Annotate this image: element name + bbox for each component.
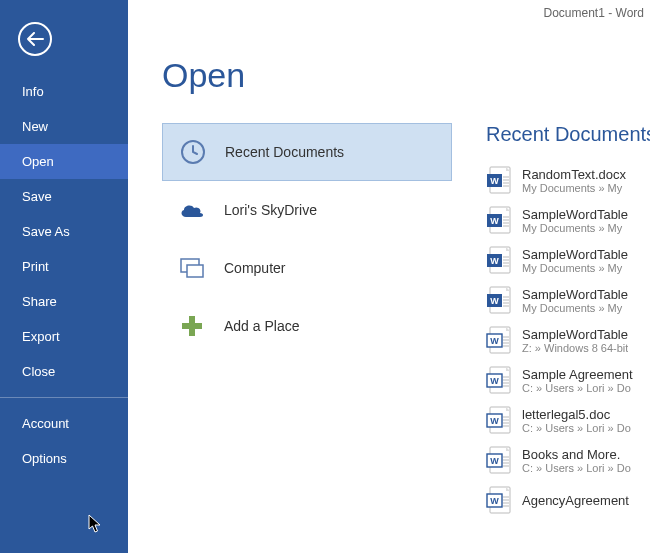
svg-text:W: W [490, 296, 499, 306]
word-document-icon: W [486, 285, 512, 315]
svg-text:W: W [490, 376, 499, 386]
recent-document-item[interactable]: WSampleWordTableZ: » Windows 8 64-bit [486, 320, 650, 360]
recent-document-item[interactable]: WSampleWordTableMy Documents » My [486, 240, 650, 280]
svg-text:W: W [490, 496, 499, 506]
document-info: RandomText.docxMy Documents » My [522, 167, 626, 194]
source-label: Lori's SkyDrive [224, 202, 317, 218]
plus-icon [178, 312, 206, 340]
svg-text:W: W [490, 256, 499, 266]
document-info: SampleWordTableMy Documents » My [522, 287, 628, 314]
document-info: letterlegal5.docC: » Users » Lori » Do [522, 407, 631, 434]
recent-document-item[interactable]: WAgencyAgreement [486, 480, 650, 520]
document-info: Sample AgreementC: » Users » Lori » Do [522, 367, 633, 394]
recent-document-item[interactable]: Wletterlegal5.docC: » Users » Lori » Do [486, 400, 650, 440]
svg-text:W: W [490, 416, 499, 426]
computer-icon [178, 254, 206, 282]
nav-label: New [22, 119, 48, 134]
document-path: My Documents » My [522, 222, 628, 234]
nav-export[interactable]: Export [0, 319, 128, 354]
backstage-sidebar: Info New Open Save Save As Print Share E… [0, 0, 128, 553]
word-document-icon: W [486, 245, 512, 275]
source-label: Add a Place [224, 318, 300, 334]
svg-rect-2 [187, 265, 203, 277]
source-computer[interactable]: Computer [162, 239, 452, 297]
nav-label: Options [22, 451, 67, 466]
nav-label: Open [22, 154, 54, 169]
document-name: AgencyAgreement [522, 493, 629, 508]
document-name: Sample Agreement [522, 367, 633, 382]
document-info: SampleWordTableMy Documents » My [522, 207, 628, 234]
nav-close[interactable]: Close [0, 354, 128, 389]
nav-label: Export [22, 329, 60, 344]
nav-label: Close [22, 364, 55, 379]
nav-account[interactable]: Account [0, 406, 128, 441]
source-skydrive[interactable]: Lori's SkyDrive [162, 181, 452, 239]
cloud-icon [178, 196, 206, 224]
recent-document-item[interactable]: WBooks and More.C: » Users » Lori » Do [486, 440, 650, 480]
document-info: SampleWordTableZ: » Windows 8 64-bit [522, 327, 628, 354]
recent-document-item[interactable]: WRandomText.docxMy Documents » My [486, 160, 650, 200]
nav-options[interactable]: Options [0, 441, 128, 476]
source-recent-documents[interactable]: Recent Documents [162, 123, 452, 181]
main-pane: Document1 - Word Open Recent Documents L… [128, 0, 650, 553]
document-name: SampleWordTable [522, 207, 628, 222]
word-document-icon: W [486, 445, 512, 475]
nav-divider [0, 397, 128, 398]
recent-documents-panel: Recent Documents WRandomText.docxMy Docu… [486, 123, 650, 520]
recent-documents-title: Recent Documents [486, 123, 650, 146]
word-document-icon: W [486, 485, 512, 515]
document-path: My Documents » My [522, 182, 626, 194]
document-path: My Documents » My [522, 302, 628, 314]
document-info: Books and More.C: » Users » Lori » Do [522, 447, 631, 474]
nav-label: Print [22, 259, 49, 274]
source-label: Computer [224, 260, 285, 276]
source-add-place[interactable]: Add a Place [162, 297, 452, 355]
document-name: SampleWordTable [522, 247, 628, 262]
document-path: My Documents » My [522, 262, 628, 274]
nav-new[interactable]: New [0, 109, 128, 144]
document-path: C: » Users » Lori » Do [522, 422, 631, 434]
recent-document-item[interactable]: WSampleWordTableMy Documents » My [486, 280, 650, 320]
document-name: SampleWordTable [522, 287, 628, 302]
document-info: SampleWordTableMy Documents » My [522, 247, 628, 274]
recent-document-item[interactable]: WSampleWordTableMy Documents » My [486, 200, 650, 240]
document-name: Books and More. [522, 447, 631, 462]
word-document-icon: W [486, 325, 512, 355]
nav-open[interactable]: Open [0, 144, 128, 179]
open-sources-list: Recent Documents Lori's SkyDrive Compute… [162, 123, 452, 520]
nav-save[interactable]: Save [0, 179, 128, 214]
document-name: RandomText.docx [522, 167, 626, 182]
nav-label: Share [22, 294, 57, 309]
word-document-icon: W [486, 205, 512, 235]
document-path: C: » Users » Lori » Do [522, 382, 633, 394]
nav-print[interactable]: Print [0, 249, 128, 284]
back-button[interactable] [18, 22, 52, 56]
svg-rect-4 [182, 323, 202, 329]
source-label: Recent Documents [225, 144, 344, 160]
document-name: letterlegal5.doc [522, 407, 631, 422]
recent-document-item[interactable]: WSample AgreementC: » Users » Lori » Do [486, 360, 650, 400]
word-document-icon: W [486, 165, 512, 195]
nav-label: Save [22, 189, 52, 204]
clock-icon [179, 138, 207, 166]
document-path: C: » Users » Lori » Do [522, 462, 631, 474]
recent-documents-list: WRandomText.docxMy Documents » MyWSample… [486, 160, 650, 520]
page-title: Open [162, 56, 650, 95]
svg-text:W: W [490, 336, 499, 346]
svg-text:W: W [490, 456, 499, 466]
document-path: Z: » Windows 8 64-bit [522, 342, 628, 354]
nav-label: Save As [22, 224, 70, 239]
svg-text:W: W [490, 216, 499, 226]
nav-share[interactable]: Share [0, 284, 128, 319]
word-document-icon: W [486, 405, 512, 435]
nav-info[interactable]: Info [0, 74, 128, 109]
document-name: SampleWordTable [522, 327, 628, 342]
document-info: AgencyAgreement [522, 493, 629, 508]
nav-label: Info [22, 84, 44, 99]
nav-save-as[interactable]: Save As [0, 214, 128, 249]
window-title: Document1 - Word [162, 0, 650, 20]
word-document-icon: W [486, 365, 512, 395]
back-arrow-icon [26, 32, 44, 46]
nav-label: Account [22, 416, 69, 431]
svg-text:W: W [490, 176, 499, 186]
